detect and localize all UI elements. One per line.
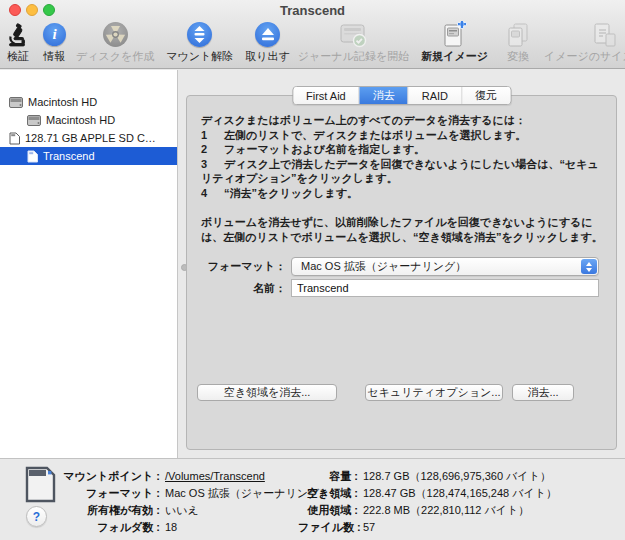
sd-card-large-icon [24,466,56,505]
tab-restore[interactable]: 復元 [462,87,510,104]
tab-erase[interactable]: 消去 [360,87,409,104]
erase-button[interactable]: 消去... [512,384,574,401]
toolbar: 検証 i 情報 [0,18,625,68]
popup-stepper-icon [581,259,597,274]
toolbar-item-label: 検証 [7,49,29,64]
instruction-step: 4“消去”をクリックします。 [201,186,606,201]
unmount-button[interactable]: マウント解除 [166,21,233,68]
disk-utility-window: Transcend 検証 [0,0,625,540]
convert-icon [506,21,530,48]
security-options-button[interactable]: セキュリティオプション... [365,384,503,401]
instructions-intro: ディスクまたはボリューム上のすべてのデータを消去するには： [201,113,606,128]
instruction-step: 3ディスク上で消去したデータを回復できないようにしたい場合は、“セキュリティオプ… [201,157,606,186]
info-row-format: フォーマット : Mac OS 拡張（ジャーナリング） [58,485,330,502]
erase-buttons-row: 空き領域を消去... セキュリティオプション... 消去... [197,384,574,401]
help-button[interactable]: ? [26,506,47,527]
toolbar-item-label: ディスクを作成 [76,49,154,64]
sidebar-item-macintosh-hd-disk[interactable]: Macintosh HD [0,93,177,111]
tab-bar: First Aid 消去 RAID 復元 [292,86,511,105]
info-row-file-count: ファイル数 : 57 [298,519,557,536]
resize-image-button: イメージのサイズを変更 [544,21,625,68]
name-label: 名前： [187,281,286,296]
toolbar-item-label: イメージのサイズを変更 [544,49,625,64]
sidebar-item-apple-sd-card[interactable]: 128.71 GB APPLE SD C… [0,129,177,147]
toolbar-item-label: ジャーナル記録を開始 [298,49,409,64]
erase-form: フォーマット： Mac OS 拡張（ジャーナリング） 名前： [187,257,616,300]
burn-disc-button: ディスクを作成 [76,21,154,68]
volume-name-input[interactable] [291,279,599,297]
info-row-folder-count: フォルダ数 : 18 [58,519,330,536]
info-row-ownership: 所有権が有効 : いいえ [58,502,330,519]
new-image-button[interactable]: 新規イメージ [421,21,488,68]
format-popup[interactable]: Mac OS 拡張（ジャーナリング） [291,257,599,276]
mount-point-link[interactable]: /Volumes/Transcend [165,468,265,485]
info-button[interactable]: i 情報 [43,21,66,68]
info-row-capacity: 容量 : 128.7 GB（128,696,975,360 バイト） [298,468,557,485]
sidebar-item-macintosh-hd-volume[interactable]: Macintosh HD [0,111,177,129]
unmount-icon [187,21,212,48]
volume-info-left-column: マウントポイント : /Volumes/Transcend フォーマット : M… [58,468,330,536]
erase-free-space-button[interactable]: 空き領域を消去... [197,384,337,401]
verify-microscope-icon [6,21,30,48]
new-image-icon [443,21,467,48]
volume-info-bar: ? マウントポイント : /Volumes/Transcend フォーマット :… [0,458,625,540]
eject-button[interactable]: 取り出す [245,21,290,68]
start-journaling-button: ジャーナル記録を開始 [298,21,409,68]
info-icon: i [43,21,66,48]
hard-drive-icon [9,97,23,108]
burn-disc-icon [103,21,128,48]
toolbar-item-label: 変換 [507,49,529,64]
sidebar-item-label: Macintosh HD [28,96,97,108]
toolbar-item-label: マウント解除 [166,49,233,64]
erase-free-space-note: ボリュームを消去せずに、以前削除したファイルを回復できないようにするには、左側の… [201,215,606,244]
format-popup-value: Mac OS 拡張（ジャーナリング） [301,259,466,274]
volume-info-right-column: 容量 : 128.7 GB（128,696,975,360 バイト） 空き領域 … [298,468,557,536]
titlebar: Transcend 検証 [0,0,625,69]
info-row-mount-point: マウントポイント : /Volumes/Transcend [58,468,330,485]
format-label: フォーマット： [187,259,286,274]
instruction-step: 1左側のリストで、ディスクまたはボリュームを選択します。 [201,128,606,143]
toolbar-item-label: 情報 [44,49,66,64]
verify-button[interactable]: 検証 [6,21,30,68]
info-row-free-space: 空き領域 : 128.47 GB（128,474,165,248 バイト） [298,485,557,502]
erase-panel: First Aid 消去 RAID 復元 ディスクまたはボリューム上のすべてのデ… [186,95,617,450]
sd-card-icon [27,150,38,163]
toolbar-item-label: 取り出す [245,49,290,64]
resize-image-icon [592,21,618,48]
sidebar-item-label: 128.71 GB APPLE SD C… [25,132,156,144]
eject-icon [255,21,280,48]
sd-card-icon [9,132,20,145]
sidebar-item-label: Macintosh HD [46,114,115,126]
info-row-used-space: 使用領域 : 222.8 MB（222,810,112 バイト） [298,502,557,519]
hard-drive-icon [27,115,41,126]
toolbar-item-label: 新規イメージ [421,49,488,64]
tab-raid[interactable]: RAID [409,87,462,104]
instruction-step: 2フォーマットおよび名前を指定します。 [201,142,606,157]
window-title: Transcend [0,3,625,18]
sidebar-item-transcend[interactable]: Transcend [0,147,177,165]
sidebar-item-label: Transcend [43,150,95,162]
erase-instructions: ディスクまたはボリューム上のすべてのデータを消去するには： 1左側のリストで、デ… [201,113,606,244]
tab-first-aid[interactable]: First Aid [293,87,360,104]
convert-button: 変換 [506,21,530,68]
journal-icon [339,21,367,48]
device-sidebar: Macintosh HD Macintosh HD 128.71 GB APPL… [0,70,178,458]
